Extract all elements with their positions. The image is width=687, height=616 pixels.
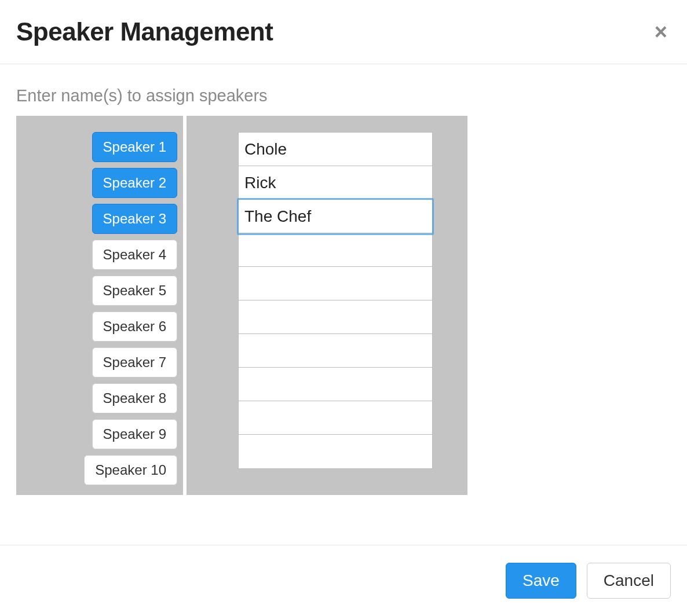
speaker-button-9[interactable]: Speaker 9 bbox=[92, 419, 177, 449]
cancel-button[interactable]: Cancel bbox=[587, 563, 671, 599]
close-icon: × bbox=[655, 20, 667, 44]
speaker-button-1[interactable]: Speaker 1 bbox=[92, 132, 177, 162]
modal-header: Speaker Management × bbox=[0, 0, 687, 64]
speaker-name-input-4[interactable] bbox=[239, 233, 432, 267]
speaker-button-6[interactable]: Speaker 6 bbox=[92, 311, 177, 342]
speaker-name-input-1[interactable] bbox=[239, 133, 432, 166]
modal-footer: Save Cancel bbox=[0, 545, 687, 616]
speaker-name-input-3[interactable] bbox=[239, 200, 432, 233]
speaker-name-input-2[interactable] bbox=[239, 166, 432, 200]
name-inputs-wrap bbox=[238, 132, 433, 469]
names-panel bbox=[187, 116, 467, 495]
instruction-text: Enter name(s) to assign speakers bbox=[16, 86, 671, 105]
speaker-name-input-8[interactable] bbox=[239, 368, 432, 401]
speaker-button-10[interactable]: Speaker 10 bbox=[84, 455, 177, 485]
speaker-name-input-7[interactable] bbox=[239, 334, 432, 368]
modal-title: Speaker Management bbox=[16, 17, 273, 46]
close-button[interactable]: × bbox=[651, 17, 671, 46]
speaker-name-input-6[interactable] bbox=[239, 300, 432, 334]
speaker-name-input-5[interactable] bbox=[239, 267, 432, 300]
speaker-button-4[interactable]: Speaker 4 bbox=[92, 240, 177, 270]
speaker-name-input-9[interactable] bbox=[239, 401, 432, 435]
save-button[interactable]: Save bbox=[506, 563, 576, 599]
modal-body: Enter name(s) to assign speakers Speaker… bbox=[0, 64, 687, 545]
speaker-management-modal: Speaker Management × Enter name(s) to as… bbox=[0, 0, 687, 616]
speakers-panel: Speaker 1Speaker 2Speaker 3Speaker 4Spea… bbox=[16, 116, 183, 495]
panel-row: Speaker 1Speaker 2Speaker 3Speaker 4Spea… bbox=[16, 116, 671, 495]
speaker-button-3[interactable]: Speaker 3 bbox=[92, 204, 177, 234]
speaker-name-input-10[interactable] bbox=[239, 435, 432, 468]
speaker-button-2[interactable]: Speaker 2 bbox=[92, 168, 177, 198]
speaker-button-7[interactable]: Speaker 7 bbox=[92, 347, 177, 377]
speaker-button-5[interactable]: Speaker 5 bbox=[92, 276, 177, 306]
speaker-button-8[interactable]: Speaker 8 bbox=[92, 383, 177, 413]
